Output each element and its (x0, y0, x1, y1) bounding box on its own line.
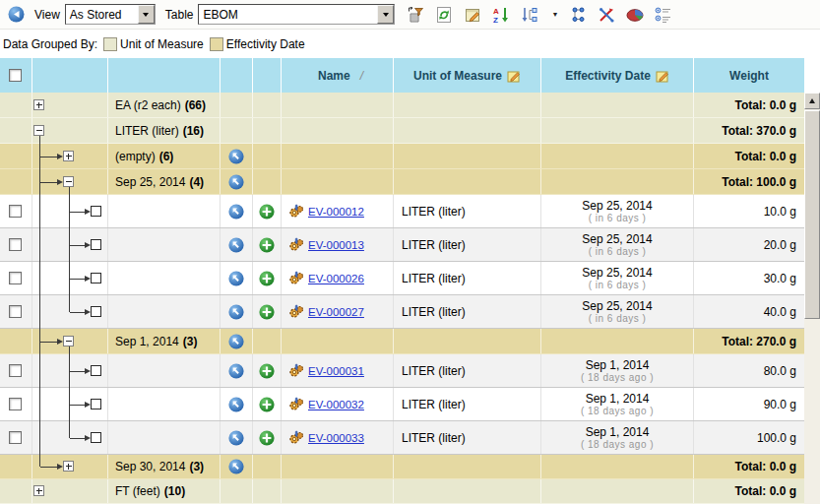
expand-toggle[interactable] (63, 176, 74, 187)
select-row-checkbox[interactable] (9, 305, 22, 318)
table-label: Table (165, 8, 194, 22)
group-total: Total: 0.0 g (735, 150, 796, 163)
name-cell (282, 93, 394, 117)
navigate-icon[interactable] (228, 304, 244, 320)
edit-column-icon[interactable] (656, 69, 669, 83)
header-unit-of-measure[interactable]: Unit of Measure (394, 58, 541, 93)
effectivity-date-value: Sep 1, 2014 (586, 359, 650, 372)
name-cell: EV-000013 (282, 228, 394, 261)
row-checkbox-cell (0, 295, 32, 328)
navigate-icon[interactable] (228, 430, 244, 446)
sort-icon[interactable]: AZ (492, 6, 510, 24)
effectivity-date-swatch-label: Effectivity Date (226, 37, 305, 51)
scroll-up-button[interactable] (804, 93, 820, 109)
pie-chart-icon[interactable] (626, 6, 644, 24)
expand-levels-caret-icon[interactable]: ▼ (551, 11, 558, 18)
uom-cell (394, 93, 541, 117)
part-number-link[interactable]: EV-000031 (308, 365, 364, 377)
toolbar-icons: AZ▼ (407, 6, 672, 24)
part-number-link[interactable]: EV-000013 (308, 239, 364, 251)
expand-toggle[interactable] (33, 125, 44, 136)
group-label: EA (r2 each) (115, 98, 181, 112)
tree-line (40, 182, 57, 183)
nav-icon-cell (221, 93, 253, 117)
part-number-link[interactable]: EV-000012 (308, 206, 364, 218)
select-row-checkbox[interactable] (9, 364, 22, 377)
view-list-icon[interactable] (655, 6, 672, 24)
select-row-checkbox[interactable] (9, 205, 22, 218)
insert-new-icon[interactable] (259, 430, 275, 446)
header-name-label[interactable]: Name (318, 69, 350, 83)
scrollbar-thumb[interactable] (804, 110, 820, 319)
header-weight-label[interactable]: Weight (729, 69, 769, 83)
expand-toggle[interactable] (33, 485, 44, 496)
header-date-label[interactable]: Effectivity Date (565, 69, 651, 83)
nav-icon-cell (221, 455, 253, 478)
select-row-checkbox[interactable] (9, 431, 22, 444)
vertical-scrollbar[interactable] (804, 93, 820, 504)
expand-toggle[interactable] (63, 461, 74, 472)
insert-new-icon[interactable] (259, 363, 275, 379)
part-icon (288, 271, 304, 286)
navigate-icon[interactable] (228, 174, 244, 190)
weight-cell: 80.0 g (694, 354, 804, 387)
collapse-back-icon[interactable] (8, 6, 25, 23)
expand-levels-icon[interactable] (521, 6, 538, 24)
part-number-link[interactable]: EV-000033 (308, 432, 364, 444)
navigate-icon[interactable] (228, 237, 244, 253)
add-icon-cell (253, 354, 282, 387)
table-dropdown-arrow[interactable] (377, 5, 394, 24)
insert-new-icon[interactable] (259, 397, 275, 412)
expand-toggle[interactable] (63, 151, 74, 161)
part-number-link[interactable]: EV-000027 (308, 306, 364, 318)
add-icon-cell (253, 118, 282, 143)
filter-icon[interactable] (407, 6, 424, 24)
select-all-checkbox[interactable] (9, 69, 22, 82)
name-cell (282, 144, 394, 168)
header-effectivity-date[interactable]: Effectivity Date (541, 58, 694, 93)
navigate-icon[interactable] (228, 204, 244, 220)
navigate-icon[interactable] (228, 149, 244, 164)
tree-structure-icon[interactable] (569, 6, 587, 24)
view-dropdown-arrow[interactable] (138, 5, 155, 24)
navigate-icon[interactable] (228, 271, 244, 286)
group-label-cell (108, 388, 221, 420)
part-icon (288, 397, 304, 412)
header-name[interactable]: Name / (282, 58, 394, 93)
part-number-link[interactable]: EV-000026 (308, 273, 364, 284)
name-cell: EV-000032 (282, 388, 394, 420)
part-number-link[interactable]: EV-000032 (308, 399, 364, 410)
crossed-tools-icon[interactable] (598, 6, 615, 24)
edit-icon[interactable] (464, 6, 481, 24)
insert-new-icon[interactable] (259, 204, 275, 220)
navigate-icon[interactable] (228, 363, 244, 379)
insert-new-icon[interactable] (259, 304, 275, 320)
group-row: Sep 25, 2014(4)Total: 100.0 g (0, 169, 804, 195)
insert-new-icon[interactable] (259, 237, 275, 253)
nav-icon-cell (221, 228, 253, 261)
edit-column-icon[interactable] (507, 69, 521, 83)
insert-new-icon[interactable] (259, 271, 275, 286)
expand-toggle[interactable] (63, 336, 74, 346)
refresh-icon[interactable] (435, 6, 453, 24)
part-icon (288, 204, 304, 220)
navigate-icon[interactable] (228, 459, 244, 474)
view-dropdown[interactable]: As Stored (65, 4, 156, 25)
header-weight[interactable]: Weight (694, 58, 804, 93)
select-row-checkbox[interactable] (9, 238, 22, 251)
tree-line (39, 136, 40, 144)
select-row-checkbox[interactable] (9, 398, 22, 410)
weight-cell: Total: 100.0 g (694, 169, 804, 194)
header-group-cell (108, 58, 221, 93)
group-label-cell (108, 421, 221, 454)
select-row-checkbox[interactable] (9, 272, 22, 284)
navigate-icon[interactable] (228, 334, 244, 349)
navigate-icon[interactable] (228, 397, 244, 412)
table-dropdown[interactable]: EBOM (198, 4, 395, 25)
tree-line (39, 455, 40, 467)
header-uom-label[interactable]: Unit of Measure (413, 69, 502, 83)
tree-cell (32, 144, 108, 168)
expand-toggle[interactable] (33, 99, 44, 110)
row-checkbox-cell (0, 479, 32, 503)
row-checkbox-cell (0, 262, 32, 294)
